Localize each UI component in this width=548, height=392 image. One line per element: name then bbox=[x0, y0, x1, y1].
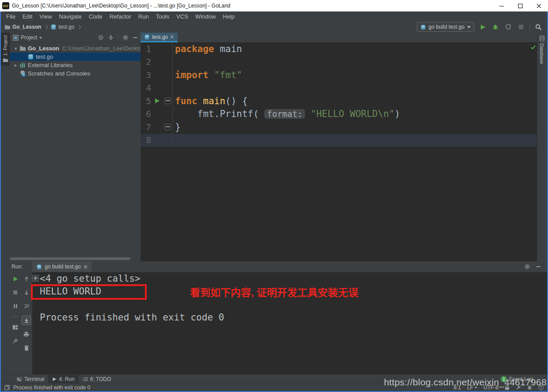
run-with-coverage-button[interactable] bbox=[504, 23, 513, 31]
close-tab-icon[interactable] bbox=[170, 35, 174, 39]
chevron-down-icon[interactable] bbox=[39, 37, 42, 39]
toolstripe-project[interactable]: 1: Project bbox=[1, 33, 10, 66]
run-line-icon[interactable] bbox=[151, 98, 163, 104]
code-token: main bbox=[214, 44, 242, 54]
search-everywhere-icon[interactable] bbox=[534, 23, 543, 31]
run-toolbar-left bbox=[10, 272, 21, 374]
code-line-2[interactable]: 2 bbox=[141, 56, 538, 69]
code-token: "fmt" bbox=[214, 70, 242, 80]
editor-tab-bar: test.go bbox=[141, 33, 538, 43]
code-line-4[interactable]: 4 bbox=[141, 82, 538, 95]
run-button[interactable] bbox=[478, 23, 487, 31]
project-tree-item-go-lesson[interactable]: ▾Go_LessonC:\Users\Jonathan_Lee\Desktop\… bbox=[10, 44, 141, 53]
code-line-6[interactable]: 6 fmt.Printf( format: "HELLO WORLD\n") bbox=[141, 108, 538, 121]
code-text bbox=[172, 134, 538, 147]
tree-item-path: C:\Users\Jonathan_Lee\Desktop\Go_Le bbox=[62, 45, 141, 52]
chevron-right-icon[interactable]: ▸ bbox=[12, 63, 19, 68]
line-number: 3 bbox=[141, 70, 151, 80]
code-area[interactable]: 1package main23import "fmt"45func main()… bbox=[141, 42, 538, 261]
toolwindow-terminal[interactable]: Terminal bbox=[12, 375, 48, 384]
toolstripe-project-label: 1: Project bbox=[3, 35, 8, 56]
menu-item-tools[interactable]: Tools bbox=[152, 12, 173, 21]
toolstripe-database[interactable]: Database bbox=[537, 33, 546, 67]
minimize-button[interactable] bbox=[492, 0, 511, 11]
stop-button[interactable] bbox=[517, 23, 525, 31]
go-file-icon bbox=[36, 264, 42, 270]
expand-fold-icon[interactable] bbox=[32, 275, 39, 282]
folder-icon bbox=[19, 45, 27, 51]
close-button[interactable] bbox=[529, 0, 548, 11]
pause-button[interactable] bbox=[11, 302, 19, 310]
project-tree-item-external-libraries[interactable]: ▸External Libraries bbox=[10, 61, 141, 69]
horizontal-scrollbar[interactable] bbox=[10, 257, 141, 260]
toolwindow-todo[interactable]: 6: TODO bbox=[79, 375, 115, 384]
run-panel-label: Run: bbox=[11, 264, 23, 270]
pin-icon[interactable] bbox=[11, 337, 19, 345]
debug-button[interactable] bbox=[491, 23, 500, 31]
up-stack-trace-icon[interactable] bbox=[22, 275, 30, 283]
close-tab-icon[interactable] bbox=[84, 265, 88, 269]
soft-wrap-icon[interactable] bbox=[22, 302, 30, 310]
locate-file-icon[interactable] bbox=[98, 34, 104, 41]
hide-panel-icon[interactable] bbox=[133, 35, 138, 40]
scrollbar-thumb[interactable] bbox=[10, 257, 130, 260]
code-line-7[interactable]: 7} bbox=[141, 121, 538, 134]
hide-panel-icon[interactable] bbox=[536, 264, 541, 269]
code-line-8[interactable]: 8 bbox=[141, 134, 538, 147]
todo-list-icon bbox=[83, 377, 88, 381]
library-icon bbox=[19, 62, 27, 68]
project-tree: ▾Go_LessonC:\Users\Jonathan_Lee\Desktop\… bbox=[10, 43, 141, 78]
tree-item-label: test.go bbox=[36, 53, 53, 60]
watermark: https://blog.csdn.net/weixin_44617968 bbox=[384, 377, 547, 388]
line-number: 4 bbox=[141, 83, 151, 93]
code-line-5[interactable]: 5func main() { bbox=[141, 94, 538, 108]
menu-item-navigate[interactable]: Navigate bbox=[55, 12, 85, 21]
menu-item-run[interactable]: Run bbox=[135, 12, 152, 21]
menu-item-edit[interactable]: Edit bbox=[19, 12, 36, 21]
menu-item-refactor[interactable]: Refactor bbox=[106, 12, 135, 21]
fold-close-icon[interactable] bbox=[163, 124, 172, 130]
menu-item-help[interactable]: Help bbox=[219, 12, 238, 21]
run-config-select[interactable]: go build test.go bbox=[417, 22, 474, 32]
run-tab[interactable]: go build test.go bbox=[32, 261, 91, 272]
rerun-button[interactable] bbox=[11, 275, 19, 283]
code-line-1[interactable]: 1package main bbox=[141, 42, 538, 56]
code-token: main bbox=[203, 96, 225, 106]
project-tree-item-test-go[interactable]: test.go bbox=[10, 53, 141, 61]
breadcrumb-project[interactable]: Go_Lesson bbox=[12, 24, 41, 30]
window-title: Go_Lesson [C:\Users\Jonathan_Lee\Desktop… bbox=[12, 3, 230, 9]
menu-item-vcs[interactable]: VCS bbox=[173, 12, 192, 21]
code-token: package bbox=[175, 44, 214, 54]
fold-open-icon[interactable] bbox=[163, 98, 172, 104]
restore-layout-icon[interactable] bbox=[11, 323, 19, 332]
menu-item-file[interactable]: File bbox=[3, 12, 19, 21]
scroll-to-end-icon[interactable] bbox=[22, 316, 31, 325]
code-token: } bbox=[175, 122, 181, 132]
collapse-all-icon[interactable] bbox=[108, 34, 114, 41]
chevron-down-icon[interactable]: ▾ bbox=[12, 46, 19, 51]
toolwindow-run[interactable]: 4: Run bbox=[48, 375, 78, 384]
editor-tab-testgo[interactable]: test.go bbox=[141, 33, 178, 42]
code-token: fmt.Printf( bbox=[175, 109, 264, 119]
project-tree-item-scratches-and-consoles[interactable]: Scratches and Consoles bbox=[10, 69, 141, 78]
clear-console-icon[interactable] bbox=[22, 344, 30, 352]
project-panel-title[interactable]: Project bbox=[21, 34, 37, 41]
breadcrumb: Go_Lesson test.go bbox=[1, 24, 82, 30]
down-stack-trace-icon[interactable] bbox=[22, 288, 30, 297]
tree-item-label: Go_Lesson bbox=[28, 45, 59, 52]
code-line-3[interactable]: 3import "fmt" bbox=[141, 68, 538, 82]
parameter-hint: format: bbox=[264, 109, 305, 119]
code-token: "HELLO WORLD\n" bbox=[311, 109, 395, 119]
maximize-button[interactable] bbox=[511, 0, 529, 11]
scratch-icon bbox=[19, 70, 27, 77]
run-toolbar: go build test.go bbox=[417, 22, 547, 32]
stop-button[interactable] bbox=[11, 288, 19, 297]
gear-icon[interactable] bbox=[122, 34, 129, 41]
toolwindow-toggle-icon[interactable] bbox=[4, 385, 10, 390]
menu-item-view[interactable]: View bbox=[36, 12, 55, 21]
menu-item-window[interactable]: Window bbox=[192, 12, 219, 21]
gear-icon[interactable] bbox=[524, 264, 530, 270]
menu-item-code[interactable]: Code bbox=[85, 12, 106, 21]
breadcrumb-file[interactable]: test.go bbox=[58, 24, 74, 30]
print-icon[interactable] bbox=[22, 330, 30, 339]
